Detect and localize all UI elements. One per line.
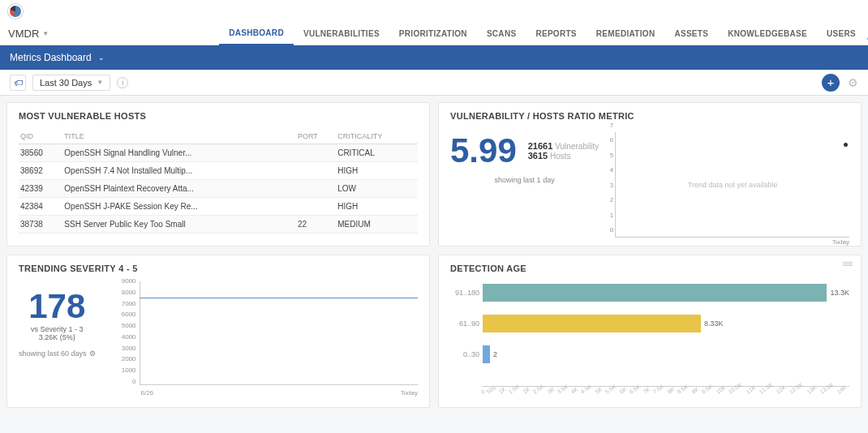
card-title: DETECTION AGE	[450, 264, 849, 273]
card-detection-age: DETECTION AGE 91..18013.3K61..908.33K0..…	[438, 255, 862, 408]
gear-icon[interactable]: ⚙	[89, 349, 96, 358]
ratio-stats: 21661 Vulnerability 3615 Hosts	[528, 141, 599, 161]
brand-label: VMDR	[8, 28, 39, 40]
app-switcher[interactable]: VMDR ▼	[8, 28, 49, 40]
hosts-table: QID TITLE PORT CRITICALITY 38560OpenSSH …	[19, 129, 418, 234]
tab-remediation[interactable]: REMEDIATION	[587, 23, 665, 45]
card-vuln-hosts-ratio: VULNERABILITY / HOSTS RATIO METRIC 5.99 …	[438, 102, 862, 247]
tab-prioritization[interactable]: PRIORITIZATION	[389, 23, 477, 45]
dashboard-title: Metrics Dashboard	[10, 52, 92, 63]
trend-line	[140, 298, 418, 298]
x-label-end: Today	[832, 237, 849, 246]
bar-row: 61..908.33K	[483, 312, 849, 335]
info-icon[interactable]: i	[117, 77, 128, 88]
breadcrumb-bar: Metrics Dashboard ⌄	[0, 45, 868, 70]
chevron-down-icon: ▼	[97, 79, 103, 86]
table-row[interactable]: 38738SSH Server Public Key Too Small22ME…	[19, 216, 418, 234]
bar-row: 0..302	[483, 343, 849, 366]
tab-vulnerabilities[interactable]: VULNERABILITIES	[294, 23, 389, 45]
tab-users[interactable]: USERS	[817, 23, 866, 45]
card-title: TRENDING SEVERITY 4 - 5	[19, 264, 418, 273]
tab-reports[interactable]: REPORTS	[526, 23, 586, 45]
card-title: VULNERABILITY / HOSTS RATIO METRIC	[450, 111, 849, 121]
tab-scans[interactable]: SCANS	[477, 23, 526, 45]
table-row[interactable]: 42339OpenSSH Plaintext Recovery Atta...L…	[19, 180, 418, 198]
date-range-select[interactable]: Last 30 Days ▼	[32, 75, 110, 91]
logo	[8, 4, 23, 19]
tab-knowledgebase[interactable]: KNOWLEDGEBASE	[718, 23, 817, 45]
table-row[interactable]: 38692OpenSSH 7.4 Not Installed Multip...…	[19, 162, 418, 180]
trend-placeholder: Trend data not yet available	[688, 181, 778, 189]
chevron-down-icon[interactable]: ⌄	[98, 54, 105, 62]
col-port[interactable]: PORT	[296, 129, 336, 144]
ratio-chart: Trend data not yet available Today 01234…	[615, 132, 849, 238]
table-row[interactable]: 38560OpenSSH Signal Handling Vulner...CR…	[19, 144, 418, 162]
card-trending-severity: TRENDING SEVERITY 4 - 5 178 vs Severity …	[6, 255, 430, 408]
add-button[interactable]: +	[822, 74, 840, 92]
card-title: MOST VULNERABLE HOSTS	[19, 111, 418, 121]
tab-assets[interactable]: ASSETS	[664, 23, 718, 45]
ratio-subtext: showing last 1 day	[450, 176, 599, 184]
main-nav: DASHBOARD VULNERABILITIES PRIORITIZATION…	[219, 23, 866, 45]
bar-row: 91..18013.3K	[483, 281, 849, 304]
severity-value: 178	[19, 289, 96, 324]
severity-chart: 01000200030004000500060007000800090006/2…	[115, 281, 418, 395]
ratio-value: 5.99	[450, 134, 517, 168]
severity-last: showing last 60 days⚙	[19, 349, 96, 358]
col-criticality[interactable]: CRITICALITY	[336, 129, 418, 144]
date-range-label: Last 30 Days	[40, 78, 92, 88]
tab-dashboard[interactable]: DASHBOARD	[219, 23, 294, 45]
bar[interactable]	[483, 315, 701, 332]
tag-icon[interactable]: 🏷	[10, 75, 26, 91]
table-row[interactable]: 42384OpenSSH J-PAKE Session Key Re...HIG…	[19, 198, 418, 216]
bar[interactable]	[483, 284, 827, 302]
chevron-down-icon: ▼	[42, 30, 49, 37]
severity-sub1: vs Severity 1 - 3	[19, 325, 96, 333]
card-most-vulnerable-hosts: MOST VULNERABLE HOSTS QID TITLE PORT CRI…	[6, 102, 430, 247]
severity-sub2: 3.26K (5%)	[19, 333, 96, 341]
gear-icon[interactable]: ⚙	[848, 76, 858, 89]
card-menu-icon[interactable]	[843, 262, 853, 266]
detection-chart: 91..18013.3K61..908.33K0..30205001K1.5K2…	[450, 281, 849, 399]
col-qid[interactable]: QID	[19, 129, 62, 144]
data-point	[844, 143, 848, 147]
bar[interactable]	[483, 345, 490, 363]
col-title[interactable]: TITLE	[62, 129, 296, 144]
